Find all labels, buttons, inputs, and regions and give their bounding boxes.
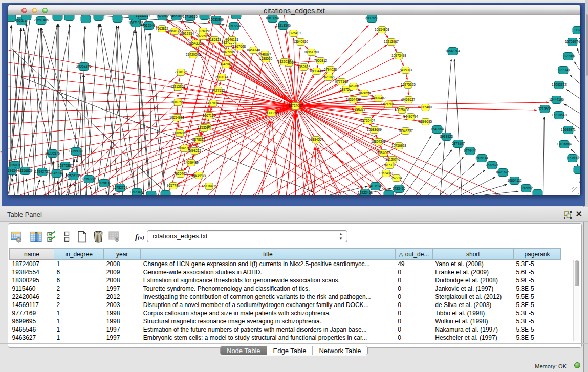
svg-text:10154808: 10154808 <box>375 28 389 31</box>
svg-text:12213967: 12213967 <box>384 40 399 43</box>
svg-text:9242848: 9242848 <box>220 62 233 66</box>
svg-text:9327503: 9327503 <box>196 34 209 38</box>
svg-text:7955812: 7955812 <box>314 59 328 62</box>
svg-text:14136141: 14136141 <box>368 184 383 188</box>
svg-text:26206576: 26206576 <box>45 151 60 155</box>
svg-text:6879197: 6879197 <box>452 142 465 145</box>
svg-text:2803144: 2803144 <box>215 75 229 79</box>
svg-text:16120746: 16120746 <box>385 158 400 161</box>
svg-text:16210643: 16210643 <box>552 113 567 117</box>
svg-text:14495794: 14495794 <box>403 115 418 118</box>
svg-text:19166825: 19166825 <box>172 131 187 135</box>
svg-text:6899695: 6899695 <box>419 120 432 123</box>
svg-text:2867608: 2867608 <box>233 45 246 48</box>
svg-text:2935114: 2935114 <box>475 156 488 160</box>
svg-text:23420046: 23420046 <box>186 53 201 56</box>
svg-text:7986372: 7986372 <box>353 107 366 111</box>
svg-text:8960124: 8960124 <box>168 29 182 33</box>
svg-text:15751074: 15751074 <box>565 40 580 43</box>
svg-text:16961758: 16961758 <box>304 50 319 54</box>
svg-text:252214: 252214 <box>391 176 402 180</box>
svg-text:7632621: 7632621 <box>486 163 499 167</box>
svg-text:17957225: 17957225 <box>81 177 96 181</box>
svg-text:18807249: 18807249 <box>371 140 386 143</box>
svg-text:621601: 621601 <box>383 102 395 106</box>
svg-text:12505135: 12505135 <box>66 174 81 178</box>
svg-text:12444196: 12444196 <box>549 98 564 101</box>
svg-text:2718126: 2718126 <box>175 70 188 74</box>
svg-text:20691406: 20691406 <box>34 18 49 22</box>
svg-text:8454749: 8454749 <box>247 48 260 52</box>
svg-text:746266: 746266 <box>348 84 359 88</box>
svg-text:2087652: 2087652 <box>365 16 379 20</box>
svg-text:12923468: 12923468 <box>129 190 144 194</box>
svg-text:17016504: 17016504 <box>557 142 572 146</box>
svg-text:1733426: 1733426 <box>393 187 406 190</box>
svg-text:13640910: 13640910 <box>293 40 308 43</box>
svg-text:10973493: 10973493 <box>391 54 406 57</box>
svg-text:10807487: 10807487 <box>371 96 386 100</box>
svg-text:8990448: 8990448 <box>310 69 323 73</box>
svg-text:6466160: 6466160 <box>170 15 183 18</box>
svg-text:15692971: 15692971 <box>561 128 576 132</box>
svg-text:10671355: 10671355 <box>128 21 143 25</box>
svg-text:9115460: 9115460 <box>419 105 432 109</box>
svg-text:10654112: 10654112 <box>507 179 522 182</box>
svg-text:9657791: 9657791 <box>167 184 180 187</box>
svg-text:8912954: 8912954 <box>181 32 194 35</box>
svg-text:9329966: 9329966 <box>562 54 575 58</box>
svg-text:3267130: 3267130 <box>203 114 216 117</box>
svg-text:8427552: 8427552 <box>212 89 225 92</box>
svg-text:12975125: 12975125 <box>401 83 416 86</box>
svg-text:11325419: 11325419 <box>286 31 301 35</box>
svg-text:8186328: 8186328 <box>208 38 222 41</box>
svg-text:15716485: 15716485 <box>202 184 216 188</box>
svg-text:1145134: 1145134 <box>50 171 63 175</box>
svg-text:10975887: 10975887 <box>58 164 73 167</box>
svg-text:17359928: 17359928 <box>69 149 83 153</box>
svg-text:16914479: 16914479 <box>191 173 206 177</box>
svg-text:9245652: 9245652 <box>520 186 533 190</box>
svg-text:3875685: 3875685 <box>222 50 235 54</box>
svg-text:1615132: 1615132 <box>383 163 397 167</box>
svg-text:14099489: 14099489 <box>184 161 199 164</box>
svg-text:16543362: 16543362 <box>188 41 203 45</box>
svg-text:20053346: 20053346 <box>76 64 91 68</box>
svg-text:12923468: 12923468 <box>358 191 373 194</box>
svg-text:1588520: 1588520 <box>259 57 273 60</box>
svg-text:25300295: 25300295 <box>264 111 279 115</box>
svg-text:3878312: 3878312 <box>192 138 206 141</box>
svg-text:417006: 417006 <box>208 101 219 105</box>
svg-text:16107553: 16107553 <box>170 100 185 104</box>
svg-text:1527602: 1527602 <box>156 15 169 18</box>
svg-text:8813054: 8813054 <box>266 16 279 20</box>
svg-text:11156829: 11156829 <box>18 169 33 172</box>
svg-text:7546131: 7546131 <box>226 38 239 41</box>
svg-text:6794028: 6794028 <box>324 68 337 71</box>
svg-text:13226058: 13226058 <box>195 29 210 33</box>
svg-text:15720407: 15720407 <box>360 119 375 122</box>
svg-text:10756928: 10756928 <box>391 144 406 147</box>
svg-text:7663822: 7663822 <box>156 27 169 30</box>
svg-text:16782759: 16782759 <box>113 186 127 189</box>
svg-text:1640954: 1640954 <box>431 127 444 131</box>
svg-text:12942737: 12942737 <box>35 170 50 173</box>
svg-text:10025438: 10025438 <box>395 108 409 112</box>
svg-text:3215958: 3215958 <box>538 107 552 111</box>
svg-text:9384067: 9384067 <box>377 151 390 155</box>
svg-text:9777169: 9777169 <box>335 80 349 83</box>
svg-text:935001: 935001 <box>10 163 21 167</box>
svg-text:9474444: 9474444 <box>464 149 477 152</box>
svg-text:9463627: 9463627 <box>402 98 416 101</box>
svg-text:10719155: 10719155 <box>183 15 198 18</box>
svg-text:3824554: 3824554 <box>358 91 372 95</box>
svg-text:20364436: 20364436 <box>346 98 361 101</box>
svg-text:9227343: 9227343 <box>557 68 570 72</box>
svg-text:12093372: 12093372 <box>552 83 567 86</box>
svg-text:7625402: 7625402 <box>174 172 187 176</box>
svg-text:19218506: 19218506 <box>276 24 291 27</box>
svg-text:16549237: 16549237 <box>398 129 413 133</box>
svg-text:1353594: 1353594 <box>198 126 211 129</box>
svg-text:1112: 1112 <box>574 28 580 32</box>
svg-text:8471626: 8471626 <box>496 170 510 174</box>
